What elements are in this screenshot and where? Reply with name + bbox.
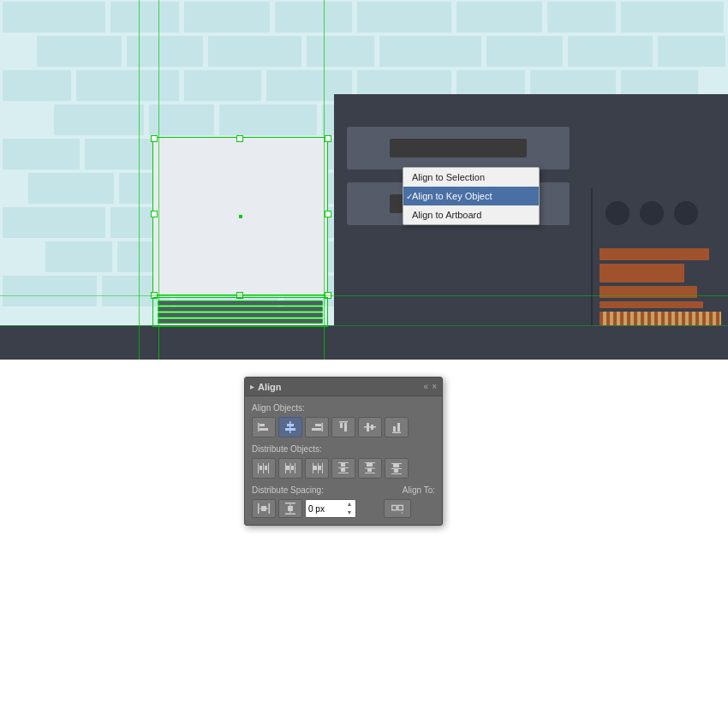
distribute-bottom-button[interactable] <box>385 458 409 479</box>
svg-rect-21 <box>260 466 262 470</box>
svg-rect-11 <box>344 423 347 431</box>
align-center-h-button[interactable] <box>278 417 302 437</box>
panel-title-icons: « × <box>424 382 437 391</box>
align-bottom-button[interactable] <box>385 417 409 437</box>
svg-rect-7 <box>315 424 321 426</box>
handle-tr[interactable] <box>325 135 331 142</box>
spacing-input-wrap: ▲ ▼ <box>305 499 356 518</box>
distribute-v-spacing-button[interactable] <box>278 499 302 518</box>
svg-rect-47 <box>394 469 398 473</box>
svg-rect-20 <box>268 463 269 473</box>
canvas-area <box>0 0 728 360</box>
distribute-center-h-button[interactable] <box>278 458 302 479</box>
svg-rect-58 <box>392 505 397 509</box>
svg-rect-13 <box>367 423 369 431</box>
svg-rect-26 <box>286 466 289 470</box>
spacing-controls-row: ▲ ▼ <box>252 499 384 518</box>
svg-rect-50 <box>261 506 266 511</box>
bottom-section-row: Distribute Spacing: <box>252 485 435 518</box>
spacing-up-arrow[interactable]: ▲ <box>344 500 355 509</box>
svg-rect-15 <box>392 432 401 434</box>
svg-rect-28 <box>313 463 313 473</box>
distribute-right-button[interactable] <box>305 458 329 479</box>
handle-ml[interactable] <box>151 211 158 217</box>
handle-mr[interactable] <box>325 211 331 217</box>
panel-collapse-arrow[interactable]: ▸ <box>250 382 254 391</box>
selected-object[interactable] <box>152 137 328 295</box>
distribute-h-spacing-button[interactable] <box>252 499 276 518</box>
distribute-top-button[interactable] <box>331 458 355 479</box>
align-objects-row <box>252 417 435 437</box>
distribute-spacing-label: Distribute Spacing: <box>252 485 384 495</box>
svg-rect-44 <box>391 468 402 469</box>
svg-rect-59 <box>398 505 403 509</box>
svg-rect-22 <box>265 466 267 470</box>
svg-rect-10 <box>340 423 343 428</box>
svg-rect-18 <box>258 463 259 473</box>
dropdown-item-label: Align to Artboard <box>412 210 481 220</box>
svg-rect-55 <box>288 506 293 511</box>
dropdown-item-label: Align to Key Object <box>412 191 492 201</box>
dropdown-item-align-selection[interactable]: Align to Selection <box>403 168 539 187</box>
distribute-objects-row <box>252 458 435 479</box>
svg-rect-41 <box>367 463 373 467</box>
svg-rect-2 <box>260 428 268 431</box>
svg-rect-43 <box>391 463 402 464</box>
align-top-button[interactable] <box>331 417 355 437</box>
align-to-label: Align To: <box>384 485 435 495</box>
align-middle-v-button[interactable] <box>358 417 382 437</box>
spacing-down-arrow[interactable]: ▼ <box>344 509 355 517</box>
panel-body: Align Objects: <box>245 396 442 525</box>
align-to-button[interactable] <box>384 499 411 518</box>
guide-line-h1 <box>0 295 728 296</box>
svg-rect-3 <box>289 421 291 433</box>
svg-rect-16 <box>393 426 396 431</box>
panel-close-icon[interactable]: × <box>432 382 437 391</box>
svg-rect-30 <box>322 463 323 473</box>
align-objects-label: Align Objects: <box>252 403 435 413</box>
guide-line-v3 <box>324 0 325 360</box>
center-point <box>239 215 242 218</box>
svg-rect-1 <box>260 424 265 426</box>
svg-marker-64 <box>402 513 403 515</box>
align-left-button[interactable] <box>252 417 276 437</box>
handle-tm[interactable] <box>236 135 243 142</box>
svg-rect-46 <box>393 464 399 467</box>
svg-rect-53 <box>285 503 295 504</box>
dropdown-item-align-key-object[interactable]: ✓ Align to Key Object <box>403 187 539 205</box>
selected-strip-object[interactable] <box>152 297 328 327</box>
svg-rect-24 <box>290 463 291 473</box>
svg-rect-32 <box>319 466 321 470</box>
panel-shrink-icon[interactable]: « <box>424 382 429 391</box>
checkmark-icon: ✓ <box>406 192 413 201</box>
align-panel: ▸ Align « × Align Objects: <box>244 377 443 526</box>
svg-rect-6 <box>322 423 324 431</box>
svg-rect-49 <box>269 503 271 514</box>
align-to-dropdown[interactable]: Align to Selection ✓ Align to Key Object… <box>403 167 540 225</box>
distribute-left-button[interactable] <box>252 458 276 479</box>
align-to-col: Align To: <box>384 485 435 518</box>
svg-rect-0 <box>258 423 260 431</box>
svg-rect-40 <box>365 473 375 473</box>
dropdown-item-label: Align to Selection <box>412 172 485 182</box>
distribute-spacing-col: Distribute Spacing: <box>252 485 384 518</box>
svg-rect-4 <box>287 424 294 426</box>
panel-titlebar: ▸ Align « × <box>245 378 442 396</box>
svg-rect-12 <box>364 426 376 428</box>
guide-line-v1 <box>139 0 140 360</box>
svg-rect-38 <box>365 462 375 463</box>
align-right-button[interactable] <box>305 417 329 437</box>
svg-rect-23 <box>285 463 286 473</box>
dropdown-item-align-artboard[interactable]: Align to Artboard <box>403 205 539 224</box>
handle-tl[interactable] <box>151 135 158 142</box>
spacing-input[interactable] <box>306 504 344 514</box>
distribute-middle-v-button[interactable] <box>358 458 382 479</box>
svg-rect-34 <box>338 467 349 468</box>
svg-rect-27 <box>291 466 294 470</box>
spacing-stepper[interactable]: ▲ ▼ <box>344 500 355 517</box>
svg-rect-36 <box>341 463 345 467</box>
svg-rect-42 <box>367 468 372 472</box>
svg-rect-48 <box>258 503 260 514</box>
svg-rect-45 <box>391 473 402 474</box>
svg-rect-8 <box>312 428 321 431</box>
